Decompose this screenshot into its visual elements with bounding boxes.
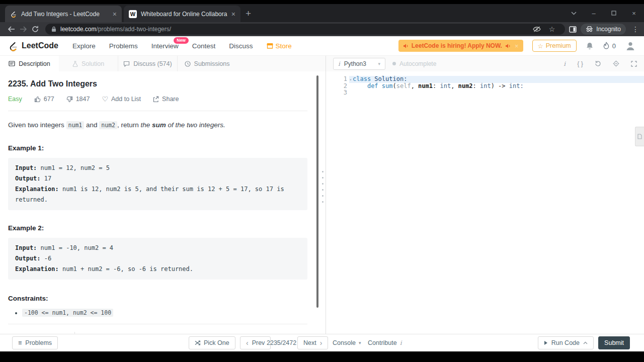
forward-icon[interactable] (17, 26, 29, 32)
new-badge: New (174, 37, 188, 44)
play-icon (544, 340, 548, 345)
clock-icon (185, 61, 191, 67)
code-editor-panel[interactable]: 1▾ 2 3 class Solution: def sum(self, num… (326, 71, 644, 334)
browser-tab-title: Whiteboard for Online Collabora (141, 11, 227, 18)
tab-search-icon[interactable] (564, 4, 584, 22)
dislike-count: 1847 (76, 96, 90, 103)
autocomplete-toggle[interactable]: Autocomplete (392, 60, 436, 67)
thumbs-up-icon (34, 96, 41, 103)
format-braces-icon[interactable]: { } (577, 60, 583, 67)
back-icon[interactable] (5, 26, 17, 32)
tab-close-icon[interactable]: × (231, 11, 235, 18)
incognito-badge: Incognito (581, 24, 626, 35)
run-code-button[interactable]: Run Code (538, 336, 594, 349)
reset-code-icon[interactable] (595, 60, 601, 67)
leetcode-logo[interactable]: LeetCode (8, 41, 58, 51)
language-label: Python3 (344, 60, 366, 67)
nav-contest[interactable]: Contest (192, 42, 216, 50)
browser-tab-leetcode[interactable]: Add Two Integers - LeetCode × (5, 6, 122, 22)
description-icon (9, 61, 15, 66)
nav-store[interactable]: Store (267, 42, 292, 50)
screen: Add Two Integers - LeetCode × W Whiteboa… (0, 0, 644, 362)
description-tabs: Description Solution Discuss (574) Submi… (0, 56, 326, 71)
example-explanation: Explanation: num1 + num2 = -6, so -6 is … (15, 264, 300, 275)
console-toggle[interactable]: Console ▾ (333, 339, 361, 346)
code-line: class Solution: (349, 76, 644, 83)
next-button[interactable]: Next › (297, 336, 328, 349)
dislike-button[interactable]: 1847 (66, 96, 90, 103)
url-path: /problems/add-two-integers/ (96, 26, 171, 33)
info-icon: i (400, 339, 402, 346)
editor-toolbar: i Python3 ▾ Autocomplete i { } (326, 56, 644, 71)
tab-close-icon[interactable]: × (113, 11, 117, 18)
tab-description[interactable]: Description (0, 56, 59, 71)
fullscreen-icon[interactable] (631, 61, 637, 67)
code-chip: -100 <= num1, num2 <= 100 (22, 309, 113, 317)
submit-button[interactable]: Submit (598, 336, 630, 349)
leetcode-page: LeetCode Explore Problems Interview New … (0, 36, 644, 351)
problem-meta: Easy 677 1847 ♡ Add to List (8, 95, 307, 103)
share-icon (153, 96, 159, 103)
divider (8, 324, 307, 324)
example-input: Input: num1 = -10, num2 = 4 (15, 243, 300, 253)
nav-problems[interactable]: Problems (109, 42, 138, 50)
side-panel-icon[interactable] (569, 26, 577, 33)
like-button[interactable]: 677 (34, 96, 54, 103)
reload-icon[interactable] (29, 26, 41, 33)
footer-bar: ≡ Problems Pick One ‹ Prev 2235/2472 Nex… (0, 334, 644, 351)
problem-statement: Given two integers num1 and num2, return… (8, 120, 307, 130)
logo-text: LeetCode (22, 41, 58, 50)
close-window-button[interactable]: × (624, 4, 644, 22)
problems-list-button[interactable]: ≡ Problems (12, 336, 58, 349)
leetcode-favicon-icon (10, 11, 17, 18)
url-bar[interactable]: leetcode.com/problems/add-two-integers/ … (45, 24, 565, 35)
notifications-bell-icon[interactable] (586, 42, 594, 50)
code-chip: num2 (99, 121, 117, 129)
bookmark-star-icon[interactable]: ☆ (549, 25, 555, 33)
new-tab-button[interactable]: + (246, 8, 251, 19)
fold-arrow-icon[interactable]: ▾ (350, 77, 352, 84)
add-to-list-button[interactable]: ♡ Add to List (102, 95, 141, 103)
heart-icon: ♡ (102, 95, 108, 103)
browser-menu-icon[interactable]: ⋮ (632, 25, 639, 33)
chevron-down-icon: ▾ (378, 61, 380, 66)
maximize-button[interactable] (604, 4, 624, 22)
tab-submissions[interactable]: Submissions (178, 56, 236, 71)
leetcode-logo-icon (8, 41, 19, 51)
scrollbar[interactable] (316, 75, 318, 308)
code-line: def sum(self, num1: int, num2: int) -> i… (349, 83, 644, 90)
language-select[interactable]: i Python3 ▾ (333, 58, 385, 70)
nav-explore[interactable]: Explore (72, 42, 96, 50)
hiring-banner[interactable]: LeetCode is hiring! Apply NOW. × (398, 40, 523, 52)
minimize-button[interactable]: – (584, 4, 604, 22)
banner-close-icon[interactable]: × (515, 42, 519, 50)
chevron-down-icon: ▾ (359, 340, 361, 345)
settings-gear-icon[interactable] (613, 60, 619, 67)
share-button[interactable]: Share (153, 96, 179, 103)
site-header: LeetCode Explore Problems Interview New … (0, 36, 644, 56)
streak-counter[interactable]: 0 (603, 42, 616, 50)
code-area[interactable]: class Solution: def sum(self, num1: int,… (349, 76, 644, 97)
browser-tab-whiteboard[interactable]: W Whiteboard for Online Collabora × (124, 6, 240, 22)
chevron-up-icon (583, 341, 588, 344)
panel-tabrow: Description Solution Discuss (574) Submi… (0, 56, 644, 72)
editor-info-icon[interactable]: i (564, 60, 566, 67)
flask-icon (72, 61, 78, 67)
panel-resize-handle[interactable] (322, 171, 324, 203)
nav-discuss[interactable]: Discuss (229, 42, 253, 50)
tab-solution[interactable]: Solution (59, 56, 118, 71)
info-icon: i (338, 60, 340, 67)
thumbs-down-icon (66, 96, 73, 103)
example-heading: Example 1: (8, 144, 307, 152)
tab-discuss[interactable]: Discuss (574) (118, 56, 178, 71)
avatar[interactable] (625, 40, 636, 51)
nav-interview[interactable]: Interview New (151, 42, 179, 50)
premium-button[interactable]: ☆ Premium (532, 40, 577, 52)
problem-panel[interactable]: 2235. Add Two Integers Easy 677 1847 ♡ (0, 71, 326, 334)
pick-one-button[interactable]: Pick One (189, 336, 235, 349)
code-editor[interactable]: 1▾ 2 3 class Solution: def sum(self, num… (326, 71, 644, 97)
premium-star-icon: ☆ (538, 42, 543, 50)
contribute-link[interactable]: Contribute i (368, 339, 402, 346)
feedback-side-tab[interactable] (635, 127, 644, 146)
eye-off-icon[interactable] (533, 26, 541, 32)
